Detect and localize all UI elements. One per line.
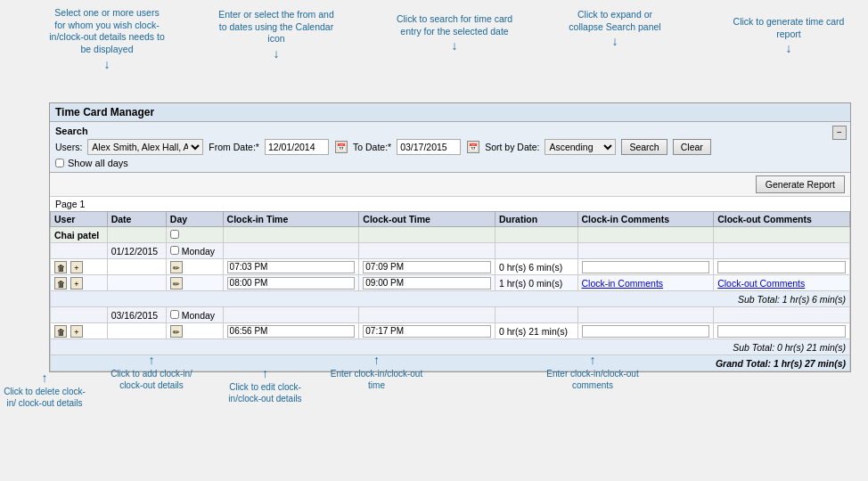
clockin-time-input[interactable] bbox=[227, 325, 356, 338]
annotation-users: Select one or more users for whom you wi… bbox=[49, 7, 165, 72]
user-checkbox[interactable] bbox=[170, 230, 179, 239]
show-all-label: Show all days bbox=[68, 158, 128, 168]
clockout-time-cell bbox=[359, 259, 495, 275]
empty-cell bbox=[577, 243, 714, 259]
empty-cell bbox=[223, 307, 359, 323]
date-checkbox[interactable] bbox=[170, 246, 179, 255]
annotation-edit: ↑ Click to edit clock-in/clock-out detai… bbox=[214, 365, 316, 404]
page-info: Page 1 bbox=[50, 197, 850, 211]
empty-cell bbox=[495, 307, 578, 323]
from-date-label: From Date:* bbox=[209, 142, 259, 152]
duration-cell: 0 hr(s) 6 min(s) bbox=[495, 259, 578, 275]
clockin-time-cell bbox=[223, 259, 359, 275]
table-header-row: User Date Day Clock-in Time Clock-out Ti… bbox=[51, 212, 850, 227]
add-icon[interactable]: + bbox=[70, 261, 83, 273]
sort-label: Sort by Date: bbox=[485, 142, 539, 152]
clockout-time-input[interactable] bbox=[363, 325, 491, 338]
empty-cell bbox=[495, 227, 578, 243]
ci-comment-input[interactable] bbox=[582, 325, 710, 338]
delete-icon[interactable]: 🗑 bbox=[54, 261, 67, 273]
co-comment-input[interactable] bbox=[717, 261, 846, 273]
empty-cell bbox=[166, 227, 223, 243]
data-table: User Date Day Clock-in Time Clock-out Ti… bbox=[50, 211, 850, 371]
annotation-generate: Click to generate time card report ↓ bbox=[731, 16, 847, 56]
table-row: 03/16/2015 Monday bbox=[51, 307, 850, 323]
co-comment-cell bbox=[714, 259, 850, 275]
panel-title: Time Card Manager bbox=[50, 103, 850, 122]
empty-cell bbox=[107, 323, 166, 339]
edit-icon[interactable]: ✏ bbox=[170, 325, 183, 338]
date-checkbox[interactable] bbox=[170, 310, 179, 319]
empty-cell: 🗑 + bbox=[51, 259, 108, 275]
show-all-row: Show all days bbox=[55, 158, 845, 168]
user-cell: Chai patel bbox=[51, 227, 108, 243]
empty-cell bbox=[495, 243, 578, 259]
empty-cell: ✏ bbox=[166, 323, 223, 339]
day-cell: Monday bbox=[166, 307, 223, 323]
empty-cell bbox=[107, 227, 166, 243]
clockout-time-input[interactable] bbox=[363, 261, 491, 273]
generate-report-button[interactable]: Generate Report bbox=[756, 175, 845, 193]
clockin-time-input[interactable] bbox=[227, 261, 356, 273]
show-all-checkbox[interactable] bbox=[55, 159, 64, 167]
col-clockin: Clock-in Time bbox=[223, 212, 359, 227]
collapse-button[interactable]: − bbox=[832, 126, 847, 140]
col-duration: Duration bbox=[495, 212, 578, 227]
co-comment-link[interactable]: Clock-out Comments bbox=[717, 278, 805, 289]
date-cell: 01/12/2015 bbox=[107, 243, 166, 259]
add-icon[interactable]: + bbox=[70, 325, 83, 338]
co-comment-input[interactable] bbox=[717, 325, 846, 338]
annotation-delete: ↑ Click to delete clock-in/ clock-out de… bbox=[0, 370, 89, 409]
clockin-time-cell bbox=[223, 323, 359, 339]
day-cell: Monday bbox=[166, 243, 223, 259]
app-container: Time Card Manager Search Users: Alex Smi… bbox=[49, 102, 851, 372]
clockin-time-input[interactable] bbox=[227, 277, 356, 289]
sort-select[interactable]: Ascending Descending bbox=[545, 139, 616, 155]
col-date: Date bbox=[107, 212, 166, 227]
edit-icon[interactable]: ✏ bbox=[170, 261, 183, 273]
empty-cell bbox=[714, 307, 850, 323]
clockout-time-cell bbox=[359, 275, 495, 291]
clockout-time-cell bbox=[359, 323, 495, 339]
add-icon[interactable]: + bbox=[70, 277, 83, 289]
annotation-add: ↑ Click to add clock-in/ clock-out detai… bbox=[102, 352, 201, 391]
search-section: Search Users: Alex Smith, Alex Hall, Ann… bbox=[50, 122, 850, 173]
to-date-input[interactable] bbox=[397, 139, 461, 155]
empty-cell bbox=[107, 259, 166, 275]
annotation-search: Click to search for time card entry for … bbox=[392, 13, 517, 53]
ci-comment-link[interactable]: Clock-in Comments bbox=[582, 278, 664, 289]
subtotal-row: Sub Total: 1 hr(s) 6 min(s) bbox=[51, 291, 850, 307]
annotation-time: ↑ Enter clock-in/clock-out time bbox=[325, 352, 428, 391]
delete-icon[interactable]: 🗑 bbox=[54, 277, 67, 289]
from-date-input[interactable] bbox=[265, 139, 329, 155]
empty-cell bbox=[714, 227, 850, 243]
ci-comment-input[interactable] bbox=[582, 261, 710, 273]
empty-cell: 🗑 + bbox=[51, 275, 108, 291]
empty-cell bbox=[359, 243, 495, 259]
edit-icon[interactable]: ✏ bbox=[170, 277, 183, 289]
search-row: Users: Alex Smith, Alex Hall, Ann From D… bbox=[55, 139, 845, 155]
clear-button[interactable]: Clear bbox=[673, 139, 711, 155]
clockin-time-cell bbox=[223, 275, 359, 291]
ci-comment-cell bbox=[577, 323, 714, 339]
search-label: Search bbox=[55, 126, 845, 136]
col-day: Day bbox=[166, 212, 223, 227]
users-label: Users: bbox=[55, 142, 82, 152]
to-date-calendar-icon[interactable]: 📅 bbox=[467, 141, 479, 153]
clockout-time-input[interactable] bbox=[363, 277, 491, 289]
co-comment-cell bbox=[714, 323, 850, 339]
users-select[interactable]: Alex Smith, Alex Hall, Ann bbox=[87, 139, 203, 155]
empty-cell bbox=[223, 243, 359, 259]
from-date-calendar-icon[interactable]: 📅 bbox=[335, 141, 348, 153]
empty-cell: ✏ bbox=[166, 259, 223, 275]
delete-icon[interactable]: 🗑 bbox=[54, 325, 67, 338]
table-row: 01/12/2015 Monday bbox=[51, 243, 850, 259]
search-button[interactable]: Search bbox=[621, 139, 667, 155]
empty-cell bbox=[223, 227, 359, 243]
ci-comment-cell: Clock-in Comments bbox=[577, 275, 714, 291]
co-comment-cell: Clock-out Comments bbox=[714, 275, 850, 291]
empty-cell bbox=[714, 243, 850, 259]
empty-cell: ✏ bbox=[166, 275, 223, 291]
table-row: 🗑 + ✏ 1 hr(s) 0 min(s) Clock-in Comments bbox=[51, 275, 850, 291]
col-user: User bbox=[51, 212, 108, 227]
